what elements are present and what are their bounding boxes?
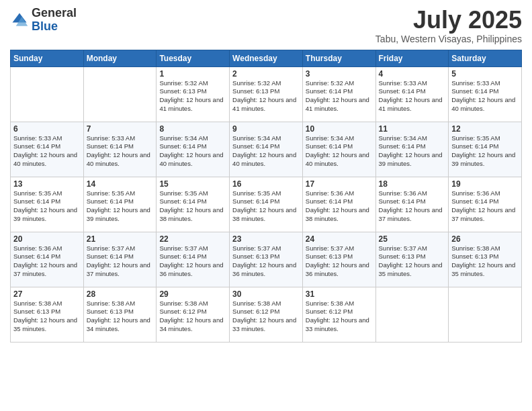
calendar-body: 1Sunrise: 5:32 AM Sunset: 6:13 PM Daylig… <box>11 66 522 342</box>
calendar-cell: 25Sunrise: 5:37 AM Sunset: 6:13 PM Dayli… <box>375 232 449 287</box>
month-title: July 2025 <box>375 7 522 34</box>
logo-general-text: General <box>32 6 77 19</box>
day-info: Sunrise: 5:36 AM Sunset: 6:14 PM Dayligh… <box>451 189 519 224</box>
calendar-cell <box>11 66 84 122</box>
calendar-cell <box>83 66 157 122</box>
calendar-cell: 8Sunrise: 5:34 AM Sunset: 6:14 PM Daylig… <box>157 122 230 177</box>
day-number: 17 <box>306 179 373 189</box>
dow-header-tuesday: Tuesday <box>157 50 230 66</box>
days-of-week-row: SundayMondayTuesdayWednesdayThursdayFrid… <box>11 50 522 66</box>
calendar-cell: 3Sunrise: 5:32 AM Sunset: 6:14 PM Daylig… <box>302 66 375 122</box>
day-info: Sunrise: 5:33 AM Sunset: 6:14 PM Dayligh… <box>13 134 81 169</box>
day-number: 7 <box>87 124 154 134</box>
week-row-2: 6Sunrise: 5:33 AM Sunset: 6:14 PM Daylig… <box>11 122 522 177</box>
day-info: Sunrise: 5:38 AM Sunset: 6:12 PM Dayligh… <box>232 300 300 334</box>
calendar-cell: 6Sunrise: 5:33 AM Sunset: 6:14 PM Daylig… <box>11 122 84 177</box>
day-info: Sunrise: 5:35 AM Sunset: 6:14 PM Dayligh… <box>13 189 81 224</box>
day-info: Sunrise: 5:33 AM Sunset: 6:14 PM Dayligh… <box>87 134 154 169</box>
day-info: Sunrise: 5:38 AM Sunset: 6:13 PM Dayligh… <box>13 300 81 334</box>
day-info: Sunrise: 5:38 AM Sunset: 6:12 PM Dayligh… <box>159 300 226 334</box>
day-info: Sunrise: 5:34 AM Sunset: 6:14 PM Dayligh… <box>159 134 226 169</box>
day-number: 8 <box>159 124 226 134</box>
logo: General Blue <box>10 7 77 34</box>
day-info: Sunrise: 5:38 AM Sunset: 6:12 PM Dayligh… <box>306 300 373 334</box>
day-info: Sunrise: 5:37 AM Sunset: 6:14 PM Dayligh… <box>159 244 226 279</box>
day-number: 20 <box>13 234 81 244</box>
calendar-cell <box>449 287 522 342</box>
day-number: 4 <box>379 69 446 79</box>
calendar-cell: 17Sunrise: 5:36 AM Sunset: 6:14 PM Dayli… <box>302 177 375 232</box>
day-info: Sunrise: 5:32 AM Sunset: 6:14 PM Dayligh… <box>306 79 373 113</box>
calendar-cell: 11Sunrise: 5:34 AM Sunset: 6:14 PM Dayli… <box>375 122 449 177</box>
day-number: 11 <box>379 124 446 134</box>
calendar-cell: 5Sunrise: 5:33 AM Sunset: 6:14 PM Daylig… <box>449 66 522 122</box>
calendar-cell: 27Sunrise: 5:38 AM Sunset: 6:13 PM Dayli… <box>11 287 84 342</box>
header: General Blue July 2025 Tabu, Western Vis… <box>10 7 522 44</box>
day-number: 28 <box>87 289 154 299</box>
calendar-cell: 30Sunrise: 5:38 AM Sunset: 6:12 PM Dayli… <box>230 287 303 342</box>
dow-header-wednesday: Wednesday <box>230 50 303 66</box>
day-info: Sunrise: 5:35 AM Sunset: 6:14 PM Dayligh… <box>87 189 154 224</box>
calendar-cell: 16Sunrise: 5:35 AM Sunset: 6:14 PM Dayli… <box>230 177 303 232</box>
day-info: Sunrise: 5:38 AM Sunset: 6:13 PM Dayligh… <box>451 244 519 279</box>
calendar-cell: 4Sunrise: 5:33 AM Sunset: 6:14 PM Daylig… <box>375 66 449 122</box>
day-number: 23 <box>232 234 300 244</box>
day-number: 3 <box>306 69 373 79</box>
day-info: Sunrise: 5:37 AM Sunset: 6:13 PM Dayligh… <box>379 244 446 279</box>
day-number: 24 <box>306 234 373 244</box>
day-number: 12 <box>451 124 519 134</box>
day-info: Sunrise: 5:37 AM Sunset: 6:13 PM Dayligh… <box>232 244 300 279</box>
calendar-cell: 12Sunrise: 5:35 AM Sunset: 6:14 PM Dayli… <box>449 122 522 177</box>
day-info: Sunrise: 5:38 AM Sunset: 6:13 PM Dayligh… <box>87 300 154 334</box>
dow-header-saturday: Saturday <box>449 50 522 66</box>
calendar-cell: 29Sunrise: 5:38 AM Sunset: 6:12 PM Dayli… <box>157 287 230 342</box>
calendar-cell: 26Sunrise: 5:38 AM Sunset: 6:13 PM Dayli… <box>449 232 522 287</box>
calendar-cell: 24Sunrise: 5:37 AM Sunset: 6:13 PM Dayli… <box>302 232 375 287</box>
day-number: 30 <box>232 289 300 299</box>
calendar-cell: 1Sunrise: 5:32 AM Sunset: 6:13 PM Daylig… <box>157 66 230 122</box>
day-info: Sunrise: 5:37 AM Sunset: 6:14 PM Dayligh… <box>87 244 154 279</box>
day-info: Sunrise: 5:35 AM Sunset: 6:14 PM Dayligh… <box>451 134 519 169</box>
calendar-cell <box>375 287 449 342</box>
day-info: Sunrise: 5:36 AM Sunset: 6:14 PM Dayligh… <box>379 189 446 224</box>
day-number: 22 <box>159 234 226 244</box>
day-number: 14 <box>87 179 154 189</box>
day-number: 6 <box>13 124 81 134</box>
calendar-cell: 31Sunrise: 5:38 AM Sunset: 6:12 PM Dayli… <box>302 287 375 342</box>
day-number: 25 <box>379 234 446 244</box>
day-number: 10 <box>306 124 373 134</box>
day-info: Sunrise: 5:32 AM Sunset: 6:13 PM Dayligh… <box>232 79 300 113</box>
calendar-cell: 13Sunrise: 5:35 AM Sunset: 6:14 PM Dayli… <box>11 177 84 232</box>
calendar-cell: 7Sunrise: 5:33 AM Sunset: 6:14 PM Daylig… <box>83 122 157 177</box>
day-number: 9 <box>232 124 300 134</box>
day-info: Sunrise: 5:32 AM Sunset: 6:13 PM Dayligh… <box>159 79 226 113</box>
week-row-1: 1Sunrise: 5:32 AM Sunset: 6:13 PM Daylig… <box>11 66 522 122</box>
dow-header-thursday: Thursday <box>302 50 375 66</box>
calendar-cell: 19Sunrise: 5:36 AM Sunset: 6:14 PM Dayli… <box>449 177 522 232</box>
day-info: Sunrise: 5:35 AM Sunset: 6:14 PM Dayligh… <box>232 189 300 224</box>
logo-blue-text: Blue <box>32 19 58 33</box>
calendar-cell: 28Sunrise: 5:38 AM Sunset: 6:13 PM Dayli… <box>83 287 157 342</box>
day-number: 13 <box>13 179 81 189</box>
day-number: 5 <box>451 69 519 79</box>
title-block: July 2025 Tabu, Western Visayas, Philipp… <box>375 7 522 44</box>
week-row-4: 20Sunrise: 5:36 AM Sunset: 6:14 PM Dayli… <box>11 232 522 287</box>
day-number: 2 <box>232 69 300 79</box>
calendar-cell: 20Sunrise: 5:36 AM Sunset: 6:14 PM Dayli… <box>11 232 84 287</box>
calendar-cell: 18Sunrise: 5:36 AM Sunset: 6:14 PM Dayli… <box>375 177 449 232</box>
dow-header-monday: Monday <box>83 50 157 66</box>
day-number: 16 <box>232 179 300 189</box>
week-row-3: 13Sunrise: 5:35 AM Sunset: 6:14 PM Dayli… <box>11 177 522 232</box>
calendar-cell: 21Sunrise: 5:37 AM Sunset: 6:14 PM Dayli… <box>83 232 157 287</box>
day-info: Sunrise: 5:33 AM Sunset: 6:14 PM Dayligh… <box>451 79 519 113</box>
day-info: Sunrise: 5:34 AM Sunset: 6:14 PM Dayligh… <box>232 134 300 169</box>
day-info: Sunrise: 5:36 AM Sunset: 6:14 PM Dayligh… <box>306 189 373 224</box>
dow-header-sunday: Sunday <box>11 50 84 66</box>
day-number: 19 <box>451 179 519 189</box>
page: General Blue July 2025 Tabu, Western Vis… <box>0 0 532 411</box>
logo-icon <box>10 11 29 30</box>
day-number: 1 <box>159 69 226 79</box>
calendar-cell: 9Sunrise: 5:34 AM Sunset: 6:14 PM Daylig… <box>230 122 303 177</box>
day-number: 21 <box>87 234 154 244</box>
calendar-cell: 23Sunrise: 5:37 AM Sunset: 6:13 PM Dayli… <box>230 232 303 287</box>
